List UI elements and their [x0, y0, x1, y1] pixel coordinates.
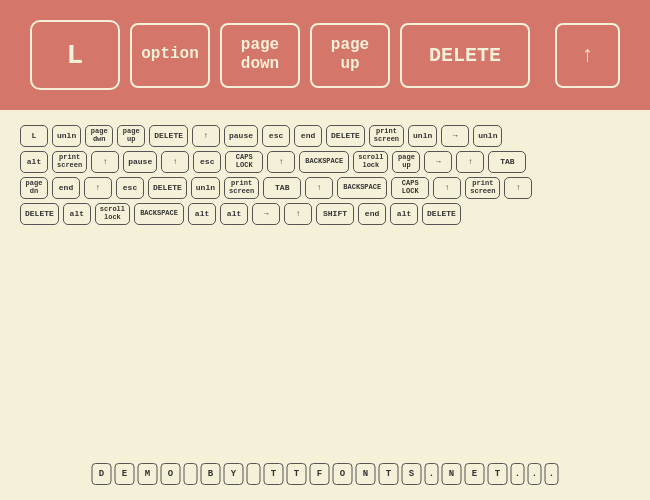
- demo-S: S: [402, 463, 422, 485]
- key-end-2[interactable]: end: [52, 177, 80, 199]
- key-alt-2[interactable]: alt: [63, 203, 91, 225]
- key-pagedn-2[interactable]: pagedn: [20, 177, 48, 199]
- demo-O2: O: [333, 463, 353, 485]
- key-up-1[interactable]: ↑: [192, 125, 220, 147]
- key-pageup-1[interactable]: pageup: [117, 125, 145, 147]
- key-backspace-2[interactable]: BACKSPACE: [337, 177, 387, 199]
- top-banner: L option pagedown pageup DELETE ↑: [0, 0, 650, 110]
- key-delete-3[interactable]: DELETE: [148, 177, 187, 199]
- key-scrolllock-1[interactable]: scrolllock: [353, 151, 388, 173]
- key-delete-4[interactable]: DELETE: [20, 203, 59, 225]
- key-esc-1[interactable]: esc: [262, 125, 290, 147]
- demo-T3: T: [379, 463, 399, 485]
- key-pause-2[interactable]: pause: [123, 151, 157, 173]
- key-right-1[interactable]: →: [441, 125, 469, 147]
- demo-N: N: [356, 463, 376, 485]
- key-alt-5[interactable]: alt: [390, 203, 418, 225]
- key-esc-3[interactable]: esc: [116, 177, 144, 199]
- demo-dot3: .: [528, 463, 542, 485]
- key-unln-4[interactable]: unln: [191, 177, 220, 199]
- demo-E2: E: [465, 463, 485, 485]
- key-right-3[interactable]: →: [252, 203, 280, 225]
- key-row-1: L unln pagedwn pageup DELETE ↑ pause esc…: [20, 125, 630, 147]
- key-scrolllock-2[interactable]: scrolllock: [95, 203, 130, 225]
- key-row-2: alt printscreen ↑ pause ↑ esc CAPSLOCK ↑…: [20, 151, 630, 173]
- key-tab-1[interactable]: TAB: [488, 151, 526, 173]
- key-pause-1[interactable]: pause: [224, 125, 258, 147]
- key-delete-5[interactable]: DELETE: [422, 203, 461, 225]
- key-tab-2[interactable]: TAB: [263, 177, 301, 199]
- demo-space1: [184, 463, 198, 485]
- key-unln-3[interactable]: unln: [473, 125, 502, 147]
- demo-Y: Y: [224, 463, 244, 485]
- key-alt-4[interactable]: alt: [220, 203, 248, 225]
- key-backspace-3[interactable]: BACKSPACE: [134, 203, 184, 225]
- demo-T4: T: [488, 463, 508, 485]
- key-up-5[interactable]: ↑: [456, 151, 484, 173]
- demo-space2: [247, 463, 261, 485]
- key-uparrow-large[interactable]: ↑: [555, 23, 620, 88]
- key-printscreen-1[interactable]: printscreen: [369, 125, 404, 147]
- key-L[interactable]: L: [20, 125, 48, 147]
- key-delete-large[interactable]: DELETE: [400, 23, 530, 88]
- key-L-large[interactable]: L: [30, 20, 120, 90]
- key-pageup-large[interactable]: pageup: [310, 23, 390, 88]
- key-shift[interactable]: SHIFT: [316, 203, 354, 225]
- key-delete-1[interactable]: DELETE: [149, 125, 188, 147]
- demo-F: F: [310, 463, 330, 485]
- key-delete-2[interactable]: DELETE: [326, 125, 365, 147]
- key-up-10[interactable]: ↑: [284, 203, 312, 225]
- key-pageup-2[interactable]: pageup: [392, 151, 420, 173]
- key-unln-2[interactable]: unln: [408, 125, 437, 147]
- demo-B: B: [201, 463, 221, 485]
- demo-dot1: .: [425, 463, 439, 485]
- demo-O: O: [161, 463, 181, 485]
- key-up-6[interactable]: ↑: [84, 177, 112, 199]
- key-up-9[interactable]: ↑: [504, 177, 532, 199]
- key-capslock-1[interactable]: CAPSLOCK: [225, 151, 263, 173]
- key-printscreen-3[interactable]: printscreen: [224, 177, 259, 199]
- key-option-large[interactable]: option: [130, 23, 210, 88]
- key-end-3[interactable]: end: [358, 203, 386, 225]
- key-row-3: pagedn end ↑ esc DELETE unln printscreen…: [20, 177, 630, 199]
- key-up-3[interactable]: ↑: [161, 151, 189, 173]
- key-backspace-1[interactable]: BACKSPACE: [299, 151, 349, 173]
- key-right-2[interactable]: →: [424, 151, 452, 173]
- key-up-4[interactable]: ↑: [267, 151, 295, 173]
- demo-M: M: [138, 463, 158, 485]
- demo-T1: T: [264, 463, 284, 485]
- key-esc-2[interactable]: esc: [193, 151, 221, 173]
- key-up-8[interactable]: ↑: [433, 177, 461, 199]
- key-pagedwn-1[interactable]: pagedwn: [85, 125, 113, 147]
- key-up-2[interactable]: ↑: [91, 151, 119, 173]
- key-end-1[interactable]: end: [294, 125, 322, 147]
- key-printscreen-4[interactable]: printscreen: [465, 177, 500, 199]
- key-pagedown-large[interactable]: pagedown: [220, 23, 300, 88]
- key-row-4: DELETE alt scrolllock BACKSPACE alt alt …: [20, 203, 630, 225]
- key-up-7[interactable]: ↑: [305, 177, 333, 199]
- key-alt-1[interactable]: alt: [20, 151, 48, 173]
- demo-D: D: [92, 463, 112, 485]
- demo-dot4: .: [545, 463, 559, 485]
- demo-T2: T: [287, 463, 307, 485]
- key-printscreen-2[interactable]: printscreen: [52, 151, 87, 173]
- demo-E: E: [115, 463, 135, 485]
- demo-bar: D E M O B Y T T F O N T S . N E T . . .: [92, 463, 559, 485]
- key-capslock-2[interactable]: CAPSLOCK: [391, 177, 429, 199]
- key-unln-1[interactable]: unln: [52, 125, 81, 147]
- keyboard-area: L unln pagedwn pageup DELETE ↑ pause esc…: [0, 110, 650, 244]
- demo-dot2: .: [511, 463, 525, 485]
- key-alt-3[interactable]: alt: [188, 203, 216, 225]
- demo-N2: N: [442, 463, 462, 485]
